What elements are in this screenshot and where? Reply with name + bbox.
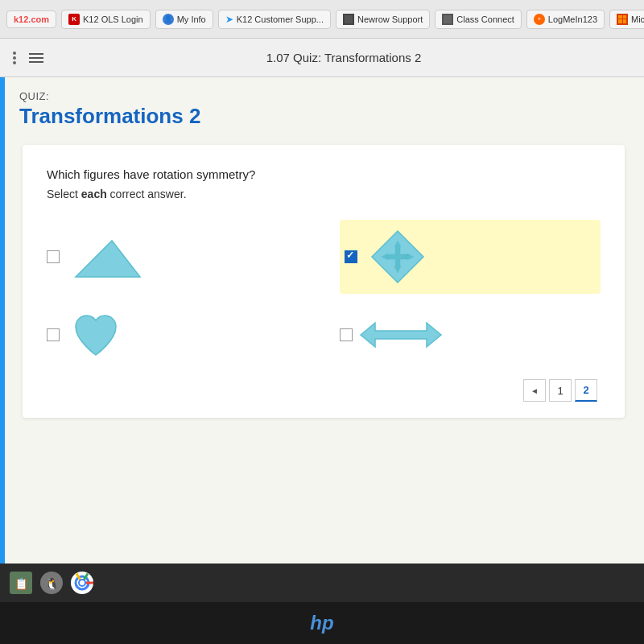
dot-2 (13, 56, 16, 60)
tab-logmein[interactable]: + LogMeIn123 (526, 10, 605, 29)
logmein-icon: + (534, 14, 545, 25)
svg-point-19 (80, 580, 85, 585)
taskbar: 📋 🐧 hp (0, 564, 644, 644)
tab-newrow[interactable]: Newrow Support (336, 10, 430, 29)
figure-heart (68, 307, 124, 363)
svg-rect-1 (444, 15, 452, 23)
line-2 (29, 57, 43, 59)
quiz-title: Transformations 2 (19, 104, 628, 129)
figure-double-arrow (361, 315, 441, 355)
instruction-suffix: correct answer. (107, 188, 187, 200)
classconnect-icon (442, 14, 453, 25)
figure-triangle (68, 233, 140, 281)
tab-msoffice-label: Microsoft Office 3... (631, 14, 644, 24)
tab-ols-login[interactable]: K K12 OLS Login (61, 10, 151, 29)
heart-svg (68, 307, 124, 363)
menu-dots-button[interactable] (10, 48, 19, 68)
browser-tabs: k12.com K K12 OLS Login 👤 My Info ➤ K12 … (0, 0, 644, 39)
svg-text:🐧: 🐧 (45, 577, 60, 591)
left-accent-bar (0, 77, 5, 564)
instruction-prefix: Select (47, 188, 81, 200)
question-text: Which figures have rotation symmetry? (47, 167, 601, 181)
tab-k12[interactable]: k12.com (6, 10, 56, 28)
diamond-svg: ☞ (365, 225, 430, 289)
checkbox-heart[interactable] (47, 328, 60, 341)
tab-classconnect-label: Class Connect (456, 14, 514, 24)
line-1 (29, 53, 43, 55)
answer-triangle (47, 220, 308, 294)
taskbar-icon-2-svg: 🐧 (40, 572, 63, 594)
answer-heart (47, 307, 308, 363)
tab-ols-label: K12 OLS Login (83, 14, 143, 24)
hamburger-menu-button[interactable] (26, 50, 47, 66)
triangle-svg (68, 233, 140, 281)
question-instruction: Select each correct answer. (47, 188, 601, 200)
taskbar-app-2[interactable]: 🐧 (39, 570, 64, 596)
prev-page-button[interactable]: ◄ (523, 379, 546, 402)
taskbar-icons: 📋 🐧 (0, 564, 644, 602)
instruction-bold: each (81, 188, 107, 200)
answers-grid: ☞ (47, 220, 601, 363)
double-arrow-svg (361, 315, 441, 355)
tab-newrow-label: Newrow Support (357, 14, 423, 24)
checkbox-double-arrow[interactable] (340, 328, 353, 341)
tab-logmein-label: LogMeIn123 (548, 14, 597, 24)
tab-classconnect[interactable]: Class Connect (435, 10, 522, 29)
taskbar-icon-1-svg: 📋 (10, 572, 32, 594)
answer-double-arrow (340, 307, 601, 363)
taskbar-app-1[interactable]: 📋 (8, 570, 34, 596)
tab-k12supp[interactable]: ➤ K12 Customer Supp... (218, 10, 331, 29)
k12-text-icon: k12.com (14, 14, 49, 24)
main-content: QUIZ: Transformations 2 Which figures ha… (0, 77, 644, 564)
svg-rect-0 (345, 15, 353, 23)
taskbar-app-chrome[interactable] (69, 570, 95, 596)
svg-text:📋: 📋 (14, 577, 29, 591)
myinfo-icon: 👤 (163, 14, 174, 25)
content-area: QUIZ: Transformations 2 Which figures ha… (0, 77, 644, 431)
svg-marker-11 (361, 323, 441, 347)
browser-toolbar: 1.07 Quiz: Transformations 2 (0, 39, 644, 77)
taskbar-bottom: hp (0, 602, 644, 644)
tab-myinfo-label: My Info (177, 14, 206, 24)
tab-msoffice[interactable]: Microsoft Office 3... (609, 10, 644, 29)
k12-icon: K (68, 14, 80, 25)
figure-diamond: ☞ (365, 225, 430, 289)
checkbox-diamond[interactable] (345, 250, 357, 263)
k12supp-icon: ➤ (225, 14, 233, 25)
pagination: ◄ 1 2 (47, 379, 601, 402)
question-card: Which figures have rotation symmetry? Se… (23, 145, 625, 418)
line-3 (29, 61, 43, 63)
msoffice-icon (617, 14, 628, 25)
svg-marker-2 (76, 241, 140, 277)
dot-3 (13, 61, 16, 64)
answer-diamond: ☞ (340, 220, 601, 294)
page-title: 1.07 Quiz: Transformations 2 (53, 51, 634, 64)
page-2-button[interactable]: 2 (575, 379, 597, 402)
page-1-button[interactable]: 1 (549, 379, 572, 402)
newrow-icon (343, 14, 354, 25)
hp-logo: hp (310, 612, 333, 634)
checkbox-triangle[interactable] (47, 250, 60, 263)
svg-text:☞: ☞ (401, 251, 410, 262)
dot-1 (13, 52, 16, 55)
chrome-icon (71, 572, 93, 594)
tab-myinfo[interactable]: 👤 My Info (155, 10, 213, 29)
quiz-label: QUIZ: (19, 90, 628, 102)
tab-k12supp-label: K12 Customer Supp... (237, 14, 324, 24)
